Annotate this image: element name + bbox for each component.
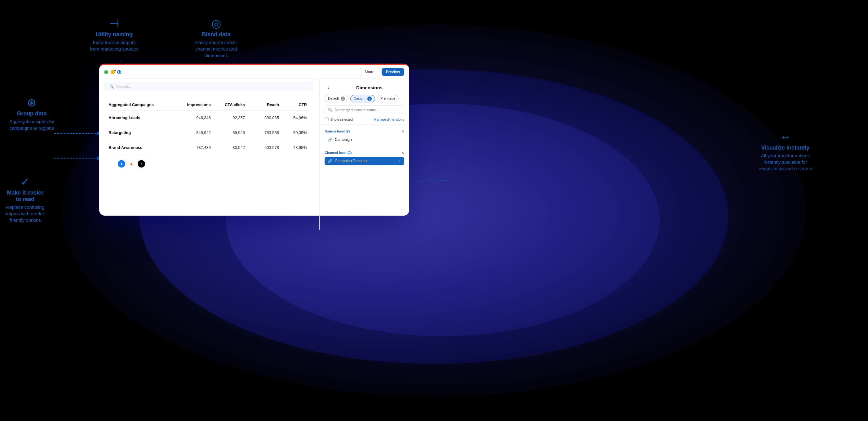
blend-data-desc: Easily source cross-channel metrics andd… <box>195 39 237 59</box>
utility-naming-annotation: ⊣ Utility naming Extra tools & outputsfr… <box>90 17 138 52</box>
channel-level-section: Channel level (2) ∧ 🔗 Campaign Decoding … <box>320 149 409 167</box>
utility-naming-icon: ⊣ <box>90 17 138 30</box>
group-data-icon: ⊛ <box>9 96 54 109</box>
dim-item-campaign-decoding[interactable]: 🔗 Campaign Decoding ✓ <box>324 157 404 165</box>
visualize-instantly-desc: All your transformationsinstantly availa… <box>758 152 812 172</box>
blend-data-title: Blend data <box>195 31 237 38</box>
campaign-decoding-link-icon: 🔗 <box>328 159 332 163</box>
search-bar-container: 🔍 Search... <box>99 79 319 93</box>
window-control-green <box>104 70 108 74</box>
dimensions-panel: ‹ Dimensions Default 1 Custom 1 Pre-made <box>319 79 409 230</box>
dim-item-campaign[interactable]: 🔗 Campaign <box>324 135 404 144</box>
cell-cta-2: 80,542 <box>211 145 245 150</box>
col-header-cta: CTA clicks <box>211 102 245 107</box>
campaign-decoding-label: Campaign Decoding <box>335 159 396 163</box>
window-control-blue <box>117 70 121 74</box>
cell-reach-1: 753,568 <box>245 130 279 135</box>
google-ads-icon: ▲ <box>128 160 135 168</box>
cell-cta-1: 89,946 <box>211 130 245 135</box>
show-selected-checkbox[interactable] <box>324 117 329 121</box>
dim-tab-default[interactable]: Default 1 <box>324 95 348 102</box>
utility-naming-title: Utility naming <box>90 31 138 38</box>
cell-ctr-0: 54,96% <box>279 115 307 120</box>
source-level-chevron: ∧ <box>401 129 404 133</box>
table-row: Retargeting 846,942 89,946 753,568 50,35… <box>108 125 310 140</box>
visualize-instantly-title: Visualize instantly <box>758 145 812 151</box>
dim-tabs: Default 1 Custom 1 Pre-made <box>320 94 409 106</box>
table-header: Aggregated Campaigns Impressions CTA cli… <box>108 99 310 110</box>
panel-actions: Share Preview <box>360 68 404 76</box>
channel-level-title: Channel level (2) <box>324 151 351 155</box>
table-row: Brand Awareness 737,439 80,542 603,578 4… <box>108 140 310 155</box>
channel-level-header: Channel level (2) ∧ <box>324 150 404 155</box>
cell-reach-0: 890,035 <box>245 115 279 120</box>
search-bar[interactable]: 🔍 Search... <box>105 82 313 91</box>
col-header-impressions: Impressions <box>170 102 211 107</box>
source-level-section: Source level (2) ∧ 🔗 Campaign <box>320 127 409 146</box>
channel-level-chevron: ∧ <box>401 150 404 155</box>
campaign-label: Campaign <box>335 137 401 142</box>
facebook-icon: f <box>118 160 125 168</box>
manage-dimensions-link[interactable]: Manage dimensions <box>374 118 404 121</box>
dim-header: ‹ Dimensions <box>320 79 409 94</box>
blend-data-annotation: ◎ Blend data Easily source cross-channel… <box>195 17 237 59</box>
utility-naming-desc: Extra tools & outputsfrom marketing sour… <box>90 39 138 52</box>
make-easier-icon: ✓ <box>5 175 46 188</box>
group-data-title: Group data <box>9 110 54 117</box>
dim-search[interactable]: 🔍 <box>324 106 404 114</box>
panel-content: 🔍 Search... Aggregated Campaigns Impress… <box>99 79 409 230</box>
cell-campaign-1: Retargeting <box>108 130 170 135</box>
cell-ctr-2: 48,95% <box>279 145 307 150</box>
dim-title: Dimensions <box>335 85 404 90</box>
window-controls <box>104 70 121 74</box>
search-icon: 🔍 <box>328 108 333 112</box>
tiktok-icon: ♪ <box>137 160 145 168</box>
main-panel: Share Preview 🔍 Search... Aggregated Cam… <box>99 64 409 216</box>
cell-impressions-1: 846,942 <box>170 130 211 135</box>
cell-ctr-1: 50,35% <box>279 130 307 135</box>
campaign-link-icon: 🔗 <box>328 137 332 142</box>
visualize-instantly-annotation: ↔ Visualize instantly All your transform… <box>758 130 812 172</box>
cell-campaign-2: Brand Awareness <box>108 145 170 150</box>
dim-tab-premade[interactable]: Pre-made <box>377 95 399 102</box>
blend-data-icon: ◎ <box>195 17 237 30</box>
show-selected-label: Show selected <box>331 118 353 121</box>
source-level-title: Source level (2) <box>324 130 350 133</box>
show-selected-row: Show selected Manage dimensions <box>320 117 409 124</box>
col-header-ctr: CTR <box>279 102 307 107</box>
group-data-annotation: ⊛ Group data Aggregate insights bycampai… <box>9 96 54 131</box>
col-header-reach: Reach <box>245 102 279 107</box>
cell-impressions-2: 737,439 <box>170 145 211 150</box>
social-icons: f ▲ ♪ <box>108 155 310 172</box>
dim-tab-custom[interactable]: Custom 1 <box>350 95 375 102</box>
table-row: Attracting Leads 946,346 92,357 890,035 … <box>108 110 310 125</box>
cell-campaign-0: Attracting Leads <box>108 115 170 120</box>
source-level-header: Source level (2) ∧ <box>324 129 404 133</box>
cell-cta-0: 92,357 <box>211 115 245 120</box>
visualize-instantly-icon: ↔ <box>758 130 812 143</box>
share-button[interactable]: Share <box>360 68 379 76</box>
make-easier-title: Make it easierto read <box>5 190 46 203</box>
panel-top-bar: Share Preview <box>99 65 409 79</box>
cell-impressions-0: 946,346 <box>170 115 211 120</box>
cell-reach-2: 603,578 <box>245 145 279 150</box>
table-section: 🔍 Search... Aggregated Campaigns Impress… <box>99 79 319 230</box>
group-data-desc: Aggregate insights bycampaigns or region… <box>9 118 54 131</box>
dim-back-button[interactable]: ‹ <box>324 84 332 91</box>
make-easier-annotation: ✓ Make it easierto read Replace confusin… <box>5 175 46 223</box>
window-control-yellow <box>111 70 115 74</box>
dim-search-input[interactable] <box>335 108 401 112</box>
make-easier-desc: Replace confusingoutputs with reader-fri… <box>5 204 46 223</box>
preview-button[interactable]: Preview <box>382 68 404 76</box>
col-header-campaign: Aggregated Campaigns <box>108 102 170 107</box>
check-icon: ✓ <box>398 159 401 163</box>
data-table: Aggregated Campaigns Impressions CTA cli… <box>99 93 319 179</box>
